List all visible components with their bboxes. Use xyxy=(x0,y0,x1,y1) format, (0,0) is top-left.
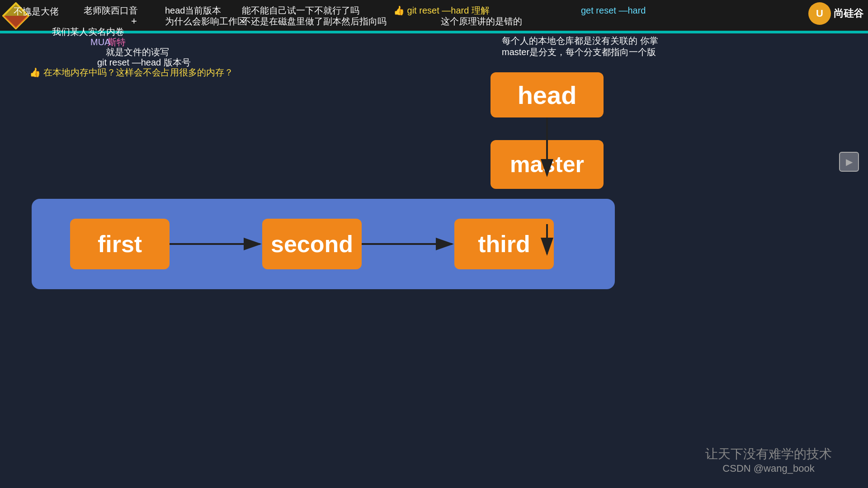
comment-getreset: get reset —hard xyxy=(581,4,646,17)
comment-plus: + xyxy=(131,14,137,28)
comment-wrong: 这个原理讲的是错的 xyxy=(441,14,522,28)
head-label: head xyxy=(518,80,577,110)
commit-first-label: first xyxy=(98,230,142,258)
play-button[interactable]: ▶ xyxy=(839,152,859,172)
comment-2: 老师陕西口音 xyxy=(84,4,138,17)
head-box: head xyxy=(491,72,604,117)
master-label: master xyxy=(510,151,584,178)
comment-disk: 不还是在磁盘里做了副本然后指向吗 xyxy=(242,14,387,28)
master-box: master xyxy=(491,140,604,189)
logo-right: U 尚硅谷 xyxy=(808,2,863,25)
watermark-line1: 让天下没有难学的技术 xyxy=(705,446,832,463)
commit-third-box: third xyxy=(454,219,554,269)
commit-second-label: second xyxy=(271,230,353,258)
diagram-area: head master first second third xyxy=(0,36,868,488)
logo-label: 尚硅谷 xyxy=(834,7,863,20)
comment-work-area: 为什么会影响工作区 xyxy=(165,14,246,28)
watermark: 让天下没有难学的技术 CSDN @wang_book xyxy=(705,446,832,474)
watermark-line2: CSDN @wang_book xyxy=(705,463,832,474)
commit-second-box: second xyxy=(262,219,362,269)
logo-u-icon: U xyxy=(808,2,831,25)
play-icon: ▶ xyxy=(846,156,853,167)
commit-third-label: third xyxy=(478,230,530,258)
commit-first-box: first xyxy=(70,219,170,269)
teal-divider xyxy=(0,31,868,33)
comment-1: 不愧是大佬 xyxy=(14,5,59,18)
